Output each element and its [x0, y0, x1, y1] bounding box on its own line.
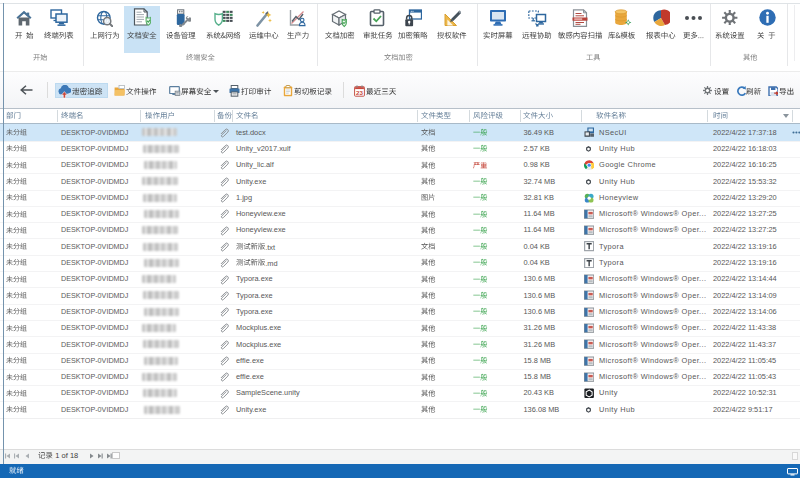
- svg-text:23: 23: [356, 89, 363, 96]
